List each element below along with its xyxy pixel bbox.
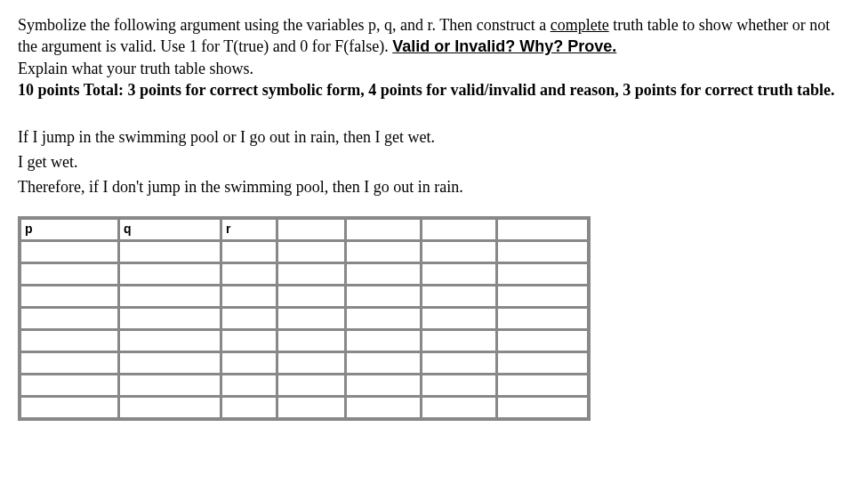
complete-underlined: complete <box>551 16 609 34</box>
header-blank-2 <box>346 219 421 240</box>
instruction-explain: Explain what your truth table shows. <box>18 60 253 77</box>
header-p: p <box>20 219 118 240</box>
valid-invalid-prompt: Valid or Invalid? Why? Prove. <box>392 37 616 55</box>
table-row <box>20 286 588 307</box>
conclusion: Therefore, if I don't jump in the swimmi… <box>18 175 850 200</box>
table-row <box>20 263 588 285</box>
instruction-text-1: Symbolize the following argument using t… <box>18 16 551 34</box>
table-row <box>20 330 588 351</box>
table-row <box>20 308 588 329</box>
table-row <box>20 375 588 396</box>
premise-2: I get wet. <box>18 150 850 175</box>
header-blank-3 <box>422 219 496 240</box>
table-row <box>20 352 588 374</box>
table-row <box>20 397 588 418</box>
truth-table: p q r <box>18 216 591 421</box>
header-blank-4 <box>497 219 588 240</box>
table-header-row: p q r <box>20 219 588 240</box>
header-r: r <box>221 219 277 240</box>
table-row <box>20 241 588 262</box>
argument-block: If I jump in the swimming pool or I go o… <box>18 125 850 200</box>
premise-1: If I jump in the swimming pool or I go o… <box>18 125 850 150</box>
points-breakdown: 10 points Total: 3 points for correct sy… <box>18 81 835 99</box>
header-q: q <box>119 219 221 240</box>
instructions-block: Symbolize the following argument using t… <box>18 14 850 101</box>
header-blank-1 <box>277 219 345 240</box>
